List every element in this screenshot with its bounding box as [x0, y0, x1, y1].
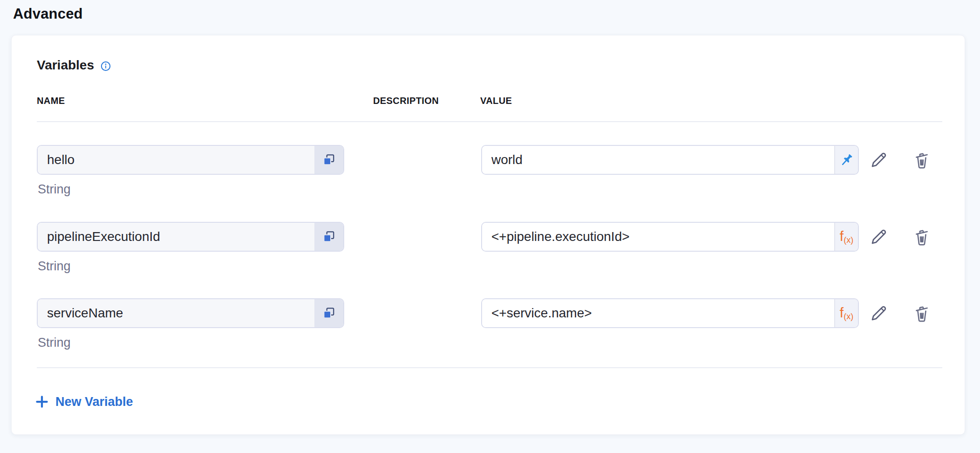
variable-name-field: [37, 222, 344, 252]
footer-divider: [37, 367, 942, 368]
variable-row: String f (x): [12, 222, 966, 278]
pencil-icon[interactable]: [867, 149, 891, 171]
variable-name-input[interactable]: [38, 146, 314, 174]
pencil-icon[interactable]: [867, 302, 891, 324]
variables-section-header: Variables: [37, 58, 111, 73]
variable-row: String f (x): [12, 298, 966, 354]
pin-icon[interactable]: [834, 146, 858, 174]
copy-icon[interactable]: [314, 223, 343, 251]
trash-icon[interactable]: [910, 226, 934, 248]
variable-value-input[interactable]: [482, 223, 834, 251]
variable-value-field: [481, 145, 859, 175]
page-title: Advanced: [13, 6, 83, 22]
variable-value-field: f (x): [481, 298, 859, 328]
pencil-icon[interactable]: [867, 226, 891, 248]
column-header-description: DESCRIPTION: [373, 96, 439, 106]
variables-title: Variables: [37, 58, 94, 73]
variable-type-label: String: [38, 259, 71, 274]
copy-icon[interactable]: [314, 146, 343, 174]
copy-icon[interactable]: [314, 299, 343, 327]
info-icon[interactable]: [100, 61, 111, 72]
variable-type-label: String: [38, 336, 71, 350]
variable-type-label: String: [38, 182, 71, 197]
new-variable-button[interactable]: New Variable: [35, 391, 133, 412]
variable-row: String: [12, 145, 966, 201]
trash-icon[interactable]: [910, 302, 934, 324]
variable-name-input[interactable]: [38, 223, 314, 251]
plus-icon: [35, 395, 49, 409]
variable-name-field: [37, 145, 344, 175]
trash-icon[interactable]: [910, 149, 934, 171]
variable-name-field: [37, 298, 344, 328]
header-divider: [37, 121, 942, 122]
variable-value-field: f (x): [481, 222, 859, 252]
column-header-value: VALUE: [480, 96, 512, 106]
variables-card: Variables NAME DESCRIPTION VALUE String: [11, 35, 965, 435]
variable-name-input[interactable]: [38, 299, 314, 327]
variable-value-input[interactable]: [482, 146, 834, 174]
fx-icon[interactable]: f (x): [834, 223, 858, 251]
fx-icon[interactable]: f (x): [834, 299, 858, 327]
variable-value-input[interactable]: [482, 299, 834, 327]
column-header-name: NAME: [37, 96, 65, 106]
new-variable-label: New Variable: [55, 395, 133, 409]
